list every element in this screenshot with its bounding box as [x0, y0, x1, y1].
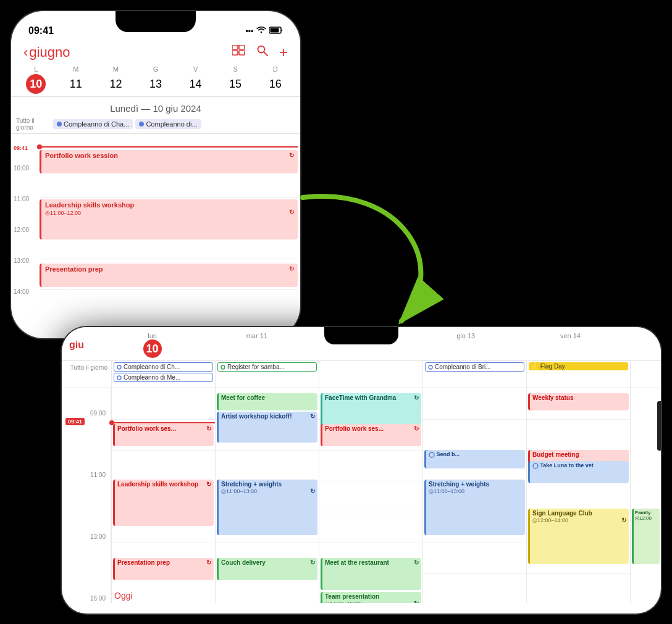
- svg-point-14: [533, 464, 538, 468]
- large-phone: giu lun 10 mar 11 mer 12 gio 13 ven 14 T…: [62, 327, 661, 614]
- svg-point-9: [117, 365, 121, 369]
- event-leadership-small[interactable]: Leadership skills workshop ◎11:00–12:00 …: [40, 199, 298, 239]
- allday-ev-compl-bri[interactable]: Compleanno di Bri...: [425, 362, 524, 372]
- ev-family-extra[interactable]: Family◎12:00: [632, 509, 660, 564]
- ev-send[interactable]: Send b...: [424, 450, 525, 468]
- svg-point-6: [258, 46, 264, 53]
- time-15: 15:00: [62, 573, 111, 603]
- ev-sign-language[interactable]: Sign Language Club◎12:00–14:00 ↻: [528, 509, 629, 564]
- hour-line-11: [40, 197, 298, 198]
- ev-stretching-mar[interactable]: Stretching + weights◎11:00–13:00 ↻: [217, 480, 317, 535]
- large-allday-label: Tutto il giorno: [62, 361, 111, 388]
- svg-line-7: [264, 52, 267, 56]
- hour-line-13: [40, 259, 298, 259]
- ev-meet-restaurant[interactable]: Meet at the restaurant ↻: [321, 558, 421, 590]
- week-col-extra: [623, 332, 653, 358]
- ev-artist-workshop[interactable]: Artist workshop kickoff! ↻: [217, 412, 317, 443]
- allday-ev-compl-me[interactable]: Compleanno di Me...: [114, 373, 213, 382]
- event-presentation-small[interactable]: Presentation prep ↻: [40, 264, 298, 287]
- add-icon-small[interactable]: +: [279, 45, 288, 60]
- current-time-line: [40, 146, 298, 148]
- ev-portfolio-lun[interactable]: Portfolio work ses... ↻: [113, 424, 214, 446]
- grid-icon[interactable]: [232, 45, 246, 60]
- large-timeline-container: 09:41 09:00 11:00 13:00 15:00 Portfolio …: [62, 388, 661, 603]
- week-col-gio[interactable]: gio 13: [414, 332, 518, 358]
- time-09: 09:00: [62, 388, 111, 419]
- current-time-badge-large: 09:41: [65, 418, 85, 425]
- all-day-events-small: Compleanno di Cha... Compleanno di...: [53, 119, 201, 129]
- svg-rect-4: [239, 45, 245, 49]
- time-label-11: 11:00: [14, 196, 29, 202]
- day-col-4[interactable]: V 14: [175, 65, 216, 94]
- day-col-5[interactable]: S 15: [216, 65, 256, 94]
- time-dot: [109, 420, 114, 425]
- week-row-small: L 10 M 11 M 12 G 13 V 14 S 15 D 16: [11, 65, 300, 94]
- cal-dot: [139, 122, 144, 127]
- week-col-lun[interactable]: lun 10: [100, 332, 204, 358]
- current-time-dot: [37, 144, 42, 149]
- side-button[interactable]: [657, 401, 661, 451]
- allday-ev-register[interactable]: Register for samba...: [217, 362, 317, 372]
- week-col-mar[interactable]: mar 11: [204, 332, 309, 358]
- status-icons-small: ▪▪▪: [245, 27, 283, 36]
- svg-rect-5: [239, 51, 245, 55]
- small-phone: 09:41 ▪▪▪ ‹ giugno + L: [11, 11, 300, 338]
- day-col-1[interactable]: M 11: [56, 65, 96, 94]
- day-col-2[interactable]: M 12: [96, 65, 136, 94]
- day-col-0[interactable]: L 10: [16, 65, 56, 94]
- allday-ev-compl-ch[interactable]: Compleanno di Ch...: [114, 362, 213, 372]
- ev-weekly-status[interactable]: Weekly status: [528, 393, 629, 410]
- signal-icon: ▪▪▪: [245, 27, 253, 35]
- large-allday-row: Tutto il giorno Compleanno di Ch... Comp…: [62, 361, 661, 388]
- cal-dot: [57, 122, 62, 127]
- day-col-3[interactable]: G 13: [136, 65, 176, 94]
- ev-team-presentation[interactable]: Team presentation◎14:00–15:00 ↻: [321, 592, 421, 603]
- allday-cell-lun: Compleanno di Ch... Compleanno di Me...: [111, 361, 215, 388]
- svg-rect-3: [232, 51, 238, 55]
- allday-ev-flagday[interactable]: ⭐ Flag Day: [529, 362, 628, 370]
- timeline-small: 09:41 10:00 11:00 12:00 13:00 14:00 Port…: [11, 134, 300, 307]
- day-col-lun: Portfolio work ses... ↻ Leadership skill…: [111, 388, 215, 603]
- ev-take-luna[interactable]: Take Luna to the vet: [528, 461, 629, 483]
- svg-rect-2: [232, 45, 238, 49]
- day-col-6[interactable]: D 16: [255, 65, 295, 94]
- event-portfolio-small[interactable]: Portfolio work session ↻: [40, 150, 298, 173]
- oggi-label: Oggi: [114, 591, 133, 601]
- ev-couch-delivery[interactable]: Couch delivery ↻: [217, 558, 317, 580]
- back-arrow-icon: ‹: [23, 44, 28, 60]
- svg-point-11: [221, 365, 225, 369]
- ev-presentation-lun[interactable]: Presentation prep ↻: [113, 558, 214, 580]
- time-label-12: 12:00: [14, 227, 29, 233]
- allday-cell-extra: [630, 361, 661, 388]
- hl-1: [112, 419, 215, 420]
- status-time-small: 09:41: [28, 25, 54, 36]
- ev-meet-coffee[interactable]: Meet for coffee: [217, 393, 317, 410]
- day-col-mar: Meet for coffee Artist workshop kickoff!…: [215, 388, 319, 603]
- hl-5: [112, 543, 215, 543]
- day-col-gio: Send b... Stretching + weights◎11:00–13:…: [422, 388, 526, 603]
- allday-cell-mer: [319, 361, 422, 388]
- ev-leadership-lun[interactable]: Leadership skills workshop ↻: [113, 480, 214, 526]
- week-col-ven[interactable]: ven 14: [518, 332, 623, 358]
- all-day-row-small: Tutto il giorno Compleanno di Cha... Com…: [11, 117, 300, 134]
- header-icons-small: +: [232, 45, 288, 60]
- ev-portfolio-mer[interactable]: Portfolio work ses... ↻: [321, 424, 421, 446]
- day-label-small: Lunedì — 10 giu 2024: [11, 98, 300, 117]
- back-button-small[interactable]: ‹ giugno: [23, 44, 70, 60]
- time-blank3: [62, 543, 111, 573]
- all-day-event-2[interactable]: Compleanno di...: [135, 119, 201, 129]
- ev-stretching-gio[interactable]: Stretching + weights◎11:00–13:00: [424, 480, 525, 535]
- hl-2: [112, 450, 215, 451]
- time-label-10: 10:00: [14, 165, 29, 172]
- time-column: 09:41 09:00 11:00 13:00 15:00: [62, 388, 111, 603]
- time-blank2: [62, 481, 111, 512]
- day-col-extra: Family◎12:00: [630, 388, 661, 603]
- svg-rect-1: [271, 28, 279, 32]
- battery-icon: [269, 27, 283, 36]
- all-day-event-1[interactable]: Compleanno di Cha...: [53, 119, 133, 129]
- wifi-icon: [256, 27, 266, 36]
- search-icon-small[interactable]: [257, 45, 268, 60]
- month-title-small: giugno: [29, 44, 70, 60]
- large-phone-notch: [324, 327, 398, 344]
- time-label-13: 13:00: [14, 257, 29, 264]
